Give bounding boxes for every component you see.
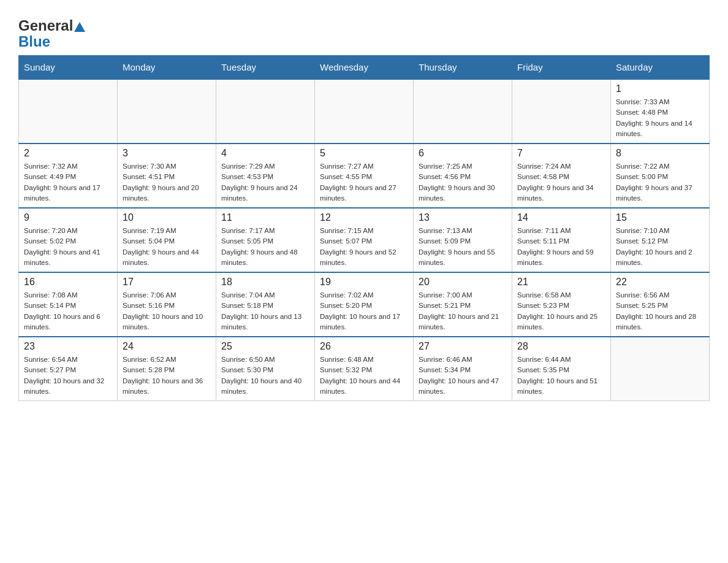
calendar-day-cell — [315, 79, 414, 144]
weekday-header-tuesday: Tuesday — [216, 56, 315, 80]
day-number: 5 — [320, 148, 408, 159]
day-info: Sunrise: 7:27 AMSunset: 4:55 PMDaylight:… — [320, 161, 408, 204]
calendar-day-cell: 26Sunrise: 6:48 AMSunset: 5:32 PMDayligh… — [315, 337, 414, 401]
day-number: 28 — [517, 341, 605, 352]
calendar-day-cell: 19Sunrise: 7:02 AMSunset: 5:20 PMDayligh… — [315, 272, 414, 337]
day-info: Sunrise: 7:19 AMSunset: 5:04 PMDaylight:… — [123, 226, 211, 268]
day-info: Sunrise: 7:08 AMSunset: 5:14 PMDaylight:… — [24, 290, 112, 332]
day-number: 15 — [616, 212, 704, 223]
calendar-day-cell: 25Sunrise: 6:50 AMSunset: 5:30 PMDayligh… — [216, 337, 315, 401]
calendar-day-cell: 1Sunrise: 7:33 AMSunset: 4:48 PMDaylight… — [611, 79, 710, 144]
calendar-day-cell — [118, 79, 216, 144]
calendar-day-cell — [216, 79, 315, 144]
day-info: Sunrise: 7:32 AMSunset: 4:49 PMDaylight:… — [24, 161, 112, 204]
day-info: Sunrise: 7:00 AMSunset: 5:21 PMDaylight:… — [419, 290, 507, 332]
calendar-day-cell: 6Sunrise: 7:25 AMSunset: 4:56 PMDaylight… — [414, 144, 512, 208]
weekday-header-saturday: Saturday — [611, 56, 710, 80]
calendar-day-cell: 2Sunrise: 7:32 AMSunset: 4:49 PMDaylight… — [19, 144, 118, 208]
logo: General Blue — [18, 12, 86, 49]
calendar-day-cell: 9Sunrise: 7:20 AMSunset: 5:02 PMDaylight… — [19, 208, 118, 272]
day-info: Sunrise: 6:52 AMSunset: 5:28 PMDaylight:… — [123, 354, 211, 397]
calendar-day-cell: 3Sunrise: 7:30 AMSunset: 4:51 PMDaylight… — [118, 144, 216, 208]
weekday-header-sunday: Sunday — [19, 56, 118, 80]
calendar-day-cell: 20Sunrise: 7:00 AMSunset: 5:21 PMDayligh… — [414, 272, 512, 337]
day-info: Sunrise: 6:50 AMSunset: 5:30 PMDaylight:… — [221, 354, 309, 397]
weekday-header-thursday: Thursday — [414, 56, 512, 80]
day-info: Sunrise: 7:22 AMSunset: 5:00 PMDaylight:… — [616, 161, 704, 204]
day-number: 9 — [24, 212, 112, 223]
day-number: 21 — [517, 277, 605, 288]
day-number: 26 — [320, 341, 408, 352]
day-info: Sunrise: 7:29 AMSunset: 4:53 PMDaylight:… — [221, 161, 309, 204]
day-info: Sunrise: 7:11 AMSunset: 5:11 PMDaylight:… — [517, 226, 605, 268]
day-info: Sunrise: 7:33 AMSunset: 4:48 PMDaylight:… — [616, 97, 704, 139]
calendar-day-cell: 7Sunrise: 7:24 AMSunset: 4:58 PMDaylight… — [512, 144, 611, 208]
day-info: Sunrise: 7:02 AMSunset: 5:20 PMDaylight:… — [320, 290, 408, 332]
day-number: 14 — [517, 212, 605, 223]
calendar-day-cell — [414, 79, 512, 144]
calendar-day-cell: 4Sunrise: 7:29 AMSunset: 4:53 PMDaylight… — [216, 144, 315, 208]
day-number: 16 — [24, 277, 112, 288]
day-number: 17 — [123, 277, 211, 288]
day-number: 4 — [221, 148, 309, 159]
calendar-day-cell: 15Sunrise: 7:10 AMSunset: 5:12 PMDayligh… — [611, 208, 710, 272]
day-number: 6 — [419, 148, 507, 159]
calendar-day-cell: 21Sunrise: 6:58 AMSunset: 5:23 PMDayligh… — [512, 272, 611, 337]
day-number: 19 — [320, 277, 408, 288]
calendar-week-row: 9Sunrise: 7:20 AMSunset: 5:02 PMDaylight… — [19, 208, 710, 272]
day-number: 20 — [419, 277, 507, 288]
calendar-week-row: 2Sunrise: 7:32 AMSunset: 4:49 PMDaylight… — [19, 144, 710, 208]
day-info: Sunrise: 7:13 AMSunset: 5:09 PMDaylight:… — [419, 226, 507, 268]
day-info: Sunrise: 7:10 AMSunset: 5:12 PMDaylight:… — [616, 226, 704, 268]
day-number: 8 — [616, 148, 704, 159]
weekday-header-friday: Friday — [512, 56, 611, 80]
day-number: 13 — [419, 212, 507, 223]
day-info: Sunrise: 6:58 AMSunset: 5:23 PMDaylight:… — [517, 290, 605, 332]
day-number: 25 — [221, 341, 309, 352]
day-info: Sunrise: 7:20 AMSunset: 5:02 PMDaylight:… — [24, 226, 112, 268]
logo-blue-text: Blue — [18, 34, 50, 49]
day-number: 7 — [517, 148, 605, 159]
calendar-day-cell: 22Sunrise: 6:56 AMSunset: 5:25 PMDayligh… — [611, 272, 710, 337]
day-info: Sunrise: 7:15 AMSunset: 5:07 PMDaylight:… — [320, 226, 408, 268]
calendar-body: 1Sunrise: 7:33 AMSunset: 4:48 PMDaylight… — [19, 79, 710, 401]
calendar-day-cell — [512, 79, 611, 144]
day-info: Sunrise: 6:54 AMSunset: 5:27 PMDaylight:… — [24, 354, 112, 397]
day-info: Sunrise: 6:48 AMSunset: 5:32 PMDaylight:… — [320, 354, 408, 397]
calendar-table: SundayMondayTuesdayWednesdayThursdayFrid… — [18, 55, 710, 401]
day-number: 24 — [123, 341, 211, 352]
day-info: Sunrise: 7:06 AMSunset: 5:16 PMDaylight:… — [123, 290, 211, 332]
weekday-header-monday: Monday — [118, 56, 216, 80]
day-number: 3 — [123, 148, 211, 159]
calendar-day-cell: 28Sunrise: 6:44 AMSunset: 5:35 PMDayligh… — [512, 337, 611, 401]
calendar-week-row: 16Sunrise: 7:08 AMSunset: 5:14 PMDayligh… — [19, 272, 710, 337]
calendar-day-cell: 18Sunrise: 7:04 AMSunset: 5:18 PMDayligh… — [216, 272, 315, 337]
calendar-day-cell: 10Sunrise: 7:19 AMSunset: 5:04 PMDayligh… — [118, 208, 216, 272]
calendar-day-cell: 12Sunrise: 7:15 AMSunset: 5:07 PMDayligh… — [315, 208, 414, 272]
calendar-week-row: 1Sunrise: 7:33 AMSunset: 4:48 PMDaylight… — [19, 79, 710, 144]
calendar-day-cell: 27Sunrise: 6:46 AMSunset: 5:34 PMDayligh… — [414, 337, 512, 401]
day-info: Sunrise: 7:24 AMSunset: 4:58 PMDaylight:… — [517, 161, 605, 204]
weekday-header-wednesday: Wednesday — [315, 56, 414, 80]
calendar-day-cell: 17Sunrise: 7:06 AMSunset: 5:16 PMDayligh… — [118, 272, 216, 337]
day-number: 18 — [221, 277, 309, 288]
day-info: Sunrise: 7:04 AMSunset: 5:18 PMDaylight:… — [221, 290, 309, 332]
calendar-day-cell — [611, 337, 710, 401]
logo-triangle-icon — [74, 22, 85, 32]
calendar-day-cell: 8Sunrise: 7:22 AMSunset: 5:00 PMDaylight… — [611, 144, 710, 208]
day-number: 12 — [320, 212, 408, 223]
calendar-week-row: 23Sunrise: 6:54 AMSunset: 5:27 PMDayligh… — [19, 337, 710, 401]
day-number: 11 — [221, 212, 309, 223]
calendar-header: SundayMondayTuesdayWednesdayThursdayFrid… — [19, 56, 710, 80]
page-header: General Blue — [18, 12, 710, 49]
day-info: Sunrise: 7:25 AMSunset: 4:56 PMDaylight:… — [419, 161, 507, 204]
calendar-day-cell: 16Sunrise: 7:08 AMSunset: 5:14 PMDayligh… — [19, 272, 118, 337]
calendar-day-cell: 13Sunrise: 7:13 AMSunset: 5:09 PMDayligh… — [414, 208, 512, 272]
day-info: Sunrise: 6:56 AMSunset: 5:25 PMDaylight:… — [616, 290, 704, 332]
calendar-day-cell: 11Sunrise: 7:17 AMSunset: 5:05 PMDayligh… — [216, 208, 315, 272]
day-info: Sunrise: 7:17 AMSunset: 5:05 PMDaylight:… — [221, 226, 309, 268]
day-number: 27 — [419, 341, 507, 352]
day-info: Sunrise: 6:44 AMSunset: 5:35 PMDaylight:… — [517, 354, 605, 397]
calendar-day-cell: 14Sunrise: 7:11 AMSunset: 5:11 PMDayligh… — [512, 208, 611, 272]
day-info: Sunrise: 7:30 AMSunset: 4:51 PMDaylight:… — [123, 161, 211, 204]
